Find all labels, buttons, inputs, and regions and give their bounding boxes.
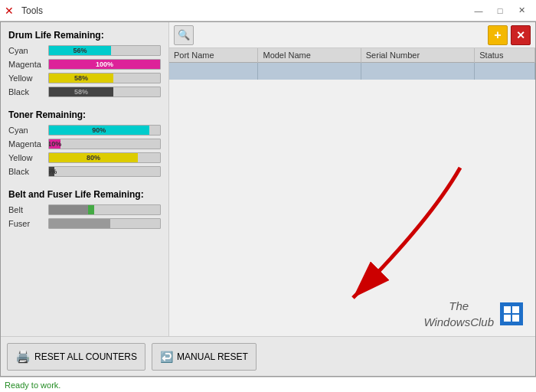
belt-fuser-section-title: Belt and Fuser Life Remaining: <box>8 189 161 200</box>
fuser-fill <box>49 219 110 228</box>
drum-black-label: Black <box>8 87 48 96</box>
toolbar-actions: + ✕ <box>488 25 531 45</box>
windows-logo-icon <box>503 305 520 322</box>
toner-magenta-label: Magenta <box>8 139 48 149</box>
drum-magenta-bar: 100% <box>48 59 161 70</box>
watermark: The WindowsClub <box>423 298 523 330</box>
drum-magenta-label: Magenta <box>8 60 48 69</box>
toner-black-fill: 5% <box>49 167 54 176</box>
fuser-bar <box>48 218 161 229</box>
toner-cyan-row: Cyan 90% <box>8 125 161 136</box>
toner-section-title: Toner Remaining: <box>8 109 161 120</box>
content-area: Drum Life Remaining: Cyan 56% Magenta 10… <box>1 22 535 336</box>
fuser-label: Fuser <box>8 219 48 228</box>
belt-label: Belt <box>8 205 48 214</box>
svg-rect-0 <box>504 306 511 313</box>
manual-reset-label: MANUAL RESET <box>177 351 248 362</box>
right-panel-wrapper: 🔍 + ✕ Port Name Model Name Serial Numb <box>169 22 535 336</box>
close-button[interactable]: ✕ <box>511 3 531 18</box>
titlebar-controls: — □ ✕ <box>469 3 531 18</box>
toner-magenta-fill: 10% <box>49 139 60 149</box>
right-toolbar: 🔍 + ✕ <box>169 22 535 48</box>
drum-yellow-row: Yellow 58% <box>8 73 161 83</box>
drum-yellow-label: Yellow <box>8 74 48 83</box>
toner-yellow-bar: 80% <box>48 152 161 163</box>
right-panel: 🔍 + ✕ Port Name Model Name Serial Numb <box>169 22 535 336</box>
windowsclub-logo <box>500 302 523 325</box>
col-model-name: Model Name <box>258 48 361 63</box>
drum-black-row: Black 58% <box>8 87 161 97</box>
toner-yellow-fill: 80% <box>49 153 138 162</box>
drum-magenta-fill: 100% <box>49 60 160 69</box>
search-button[interactable]: 🔍 <box>174 25 194 45</box>
remove-printer-button[interactable]: ✕ <box>511 25 531 45</box>
minimize-button[interactable]: — <box>469 3 489 18</box>
add-printer-button[interactable]: + <box>488 25 508 45</box>
status-bar: Ready to work. <box>0 377 536 392</box>
manual-reset-button[interactable]: ↩️ MANUAL RESET <box>152 343 257 371</box>
bottom-buttons-bar: 🖨️ RESET ALL COUNTERS ↩️ MANUAL RESET <box>1 336 535 376</box>
drum-cyan-bar: 56% <box>48 45 161 56</box>
drum-cyan-label: Cyan <box>8 46 48 55</box>
status-text: Ready to work. <box>5 381 60 390</box>
cell-model <box>258 63 361 80</box>
toner-cyan-fill: 90% <box>49 126 149 135</box>
left-panel: Drum Life Remaining: Cyan 56% Magenta 10… <box>1 22 169 336</box>
fuser-row: Fuser <box>8 218 161 229</box>
belt-bar <box>48 204 161 215</box>
col-serial-number: Serial Number <box>361 48 474 63</box>
svg-rect-3 <box>512 315 519 322</box>
drum-yellow-fill: 58% <box>49 74 113 83</box>
toner-magenta-row: Magenta 10% <box>8 139 161 149</box>
drum-black-bar: 58% <box>48 87 161 97</box>
table-header-row: Port Name Model Name Serial Number Statu… <box>169 48 535 63</box>
toner-black-label: Black <box>8 167 48 176</box>
printer-list: Port Name Model Name Serial Number Statu… <box>169 48 535 80</box>
drum-section-title: Drum Life Remaining: <box>8 30 161 41</box>
belt-fill <box>49 205 93 214</box>
titlebar: ✕ Tools — □ ✕ <box>0 0 536 21</box>
reset-all-icon: 🖨️ <box>15 349 31 364</box>
drum-black-fill: 58% <box>49 87 113 96</box>
svg-rect-1 <box>512 306 519 313</box>
manual-reset-icon: ↩️ <box>160 351 173 363</box>
watermark-area: The WindowsClub <box>169 186 535 336</box>
main-window: Drum Life Remaining: Cyan 56% Magenta 10… <box>0 21 536 377</box>
printer-table: Port Name Model Name Serial Number Statu… <box>169 48 535 186</box>
table-row[interactable] <box>169 63 535 80</box>
svg-rect-2 <box>504 315 511 322</box>
titlebar-title: Tools <box>21 5 469 16</box>
cell-serial <box>361 63 474 80</box>
toner-cyan-label: Cyan <box>8 126 48 135</box>
title-icon: ✕ <box>5 5 17 17</box>
watermark-text: The WindowsClub <box>423 298 494 330</box>
col-port-name: Port Name <box>169 48 258 63</box>
belt-row: Belt <box>8 204 161 215</box>
col-status: Status <box>475 48 535 63</box>
toner-black-row: Black 5% <box>8 166 161 177</box>
toner-black-bar: 5% <box>48 166 161 177</box>
toner-magenta-bar: 10% <box>48 139 161 149</box>
maximize-button[interactable]: □ <box>490 3 510 18</box>
toner-cyan-bar: 90% <box>48 125 161 136</box>
drum-magenta-row: Magenta 100% <box>8 59 161 70</box>
drum-cyan-row: Cyan 56% <box>8 45 161 56</box>
reset-all-counters-button[interactable]: 🖨️ RESET ALL COUNTERS <box>7 343 145 371</box>
drum-cyan-fill: 56% <box>49 46 111 55</box>
cell-status <box>475 63 535 80</box>
toner-yellow-row: Yellow 80% <box>8 152 161 163</box>
reset-all-label: RESET ALL COUNTERS <box>34 351 137 362</box>
drum-yellow-bar: 58% <box>48 73 161 83</box>
cell-port <box>169 63 258 80</box>
toner-yellow-label: Yellow <box>8 153 48 162</box>
